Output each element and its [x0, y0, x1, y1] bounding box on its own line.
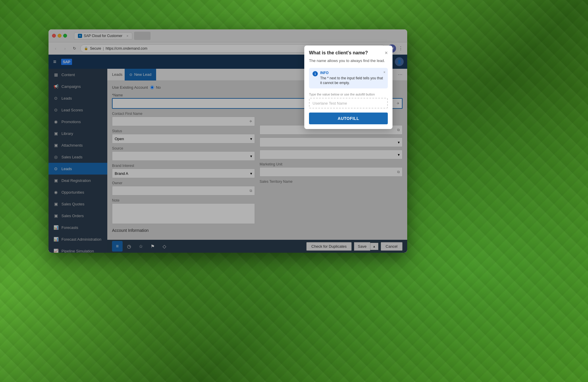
- modal-close-button[interactable]: ×: [385, 50, 388, 56]
- autofill-section: Type the value below or use the autofill…: [309, 93, 388, 108]
- info-title: INFO: [320, 71, 384, 75]
- modal-title: What is the client's name?: [309, 50, 368, 56]
- modal-description: The name allows you to always find the l…: [309, 58, 388, 64]
- modal-header: What is the client's name? ×: [304, 46, 392, 58]
- modal-body: The name allows you to always find the l…: [304, 58, 392, 129]
- info-close-button[interactable]: ×: [383, 70, 385, 74]
- info-content: INFO The * next to the input field tells…: [320, 71, 384, 86]
- autofill-label: Type the value below or use the autofill…: [309, 93, 388, 96]
- autofill-placeholder: Userlane Test Name: [313, 101, 347, 105]
- info-icon: i: [313, 71, 318, 76]
- browser-window: S SAP Cloud for Customer × ‹ › ↻ 🔒 Secur…: [49, 29, 407, 253]
- autofill-button[interactable]: AUTOFILL: [309, 113, 388, 124]
- autofill-input-display: Userlane Test Name: [309, 98, 388, 108]
- info-box: i INFO The * next to the input field tel…: [309, 68, 388, 89]
- modal-overlay: What is the client's name? × The name al…: [49, 29, 407, 253]
- info-text: The * next to the input field tells you …: [320, 76, 384, 86]
- modal-popup: What is the client's name? × The name al…: [304, 46, 392, 129]
